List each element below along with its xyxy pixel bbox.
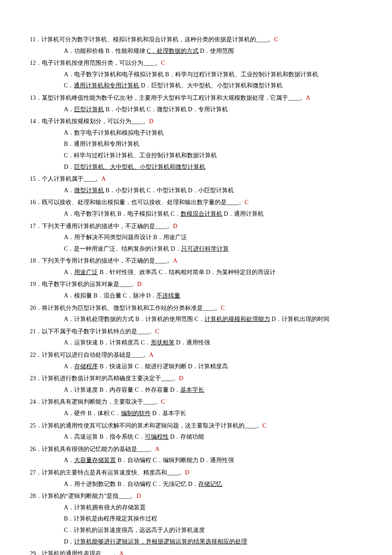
question-number: 19． <box>30 281 42 287</box>
option-correct: 基本字长 <box>180 387 204 393</box>
question-block: 17．下列关于通用计算机的描述中，不正确的是____。DA．用于解决不同类型问题… <box>30 221 362 255</box>
answer-letter: A <box>306 95 310 101</box>
question-number: 18． <box>30 257 42 264</box>
answer-letter: C <box>155 328 159 335</box>
question-block: 28．计算机的“逻辑判断能力”是指____。DA．计算机拥有很大的存储装置B．计… <box>30 491 362 547</box>
question-block: 12．电子计算机按使用范围分类，可以分为____。CA．电子数字计算机和电子模拟… <box>30 58 362 92</box>
question-text: 计算机的通用性表现在____。 <box>42 550 119 555</box>
question-stem: 14．电子计算机按规模划分，可以分为____。D <box>30 116 362 127</box>
answer-letter: C <box>245 199 248 205</box>
option-text: D．通用计算机 <box>222 211 264 217</box>
option-text: A． <box>64 363 74 370</box>
question-block: 29．计算机的通用性表现在____。AA．由于计算机的可编程性，计算机能够在各行… <box>30 548 362 555</box>
option-text: A．计算速度 B．内存容量 C．外存容量 D． <box>64 387 180 393</box>
option-line: A．存储程序 B．快速运算 C．能进行逻辑判断 D．计算精度高 <box>30 361 362 373</box>
option-line: A．电子数字计算机 B．电子模拟计算机 C．数模混合计算机 D．通用计算机 <box>30 208 362 220</box>
question-stem: 11．计算机可分为数字计算机、模拟计算机和混合计算机，这种分类的依据是计算机的_… <box>30 34 362 46</box>
option-text: B．小型计算机 C．微型计算机 D．专用计算机 <box>104 106 228 113</box>
question-block: 11．计算机可分为数字计算机、模拟计算机和混合计算机，这种分类的依据是计算机的_… <box>30 34 362 57</box>
option-text: B．自动编程 C．编辑判断能力 D．通用性强 <box>116 457 234 463</box>
question-block: 27．计算机的主要特点是具有运算速度快、精度高和____。DA．用十进制数记数 … <box>30 467 362 490</box>
option-line: A．高速运算 B．指令系统 C．可编程性 D．存储功能 <box>30 431 362 443</box>
answer-letter: C <box>221 305 225 311</box>
option-text: B．通用计算机和专用计算机 <box>64 141 139 147</box>
option-text: A．硬件 B．体积 C． <box>64 410 121 416</box>
option-text: A． <box>64 187 74 194</box>
question-block: 23．计算机进行数值计算时的高精确度主要决定于____。DA．计算速度 B．内存… <box>30 373 362 396</box>
option-line: A．模拟量 B．混合量 C．脉冲 D．不连续量 <box>30 290 362 302</box>
question-number: 15． <box>30 176 42 182</box>
question-block: 15．个人计算机属于____。AA．微型计算机 B．小型计算机 C．中型计算机 … <box>30 173 362 196</box>
option-line: B．计算机是由程序规定其操作过程 <box>30 513 362 525</box>
question-stem: 25．计算机的通用性使其可以求解不同的算术和逻辑问题，这主要取决于计算机的___… <box>30 420 362 432</box>
question-number: 20． <box>30 305 42 311</box>
question-number: 17． <box>30 223 42 229</box>
option-line: A．大容量存储装置 B．自动编程 C．编辑判断能力 D．通用性强 <box>30 455 362 466</box>
question-text: 计算机的主要特点是具有运算速度快、精度高和____。 <box>42 469 185 476</box>
question-block: 20．将计算机分为巨型计算机、微型计算机和工作站的分类标准是____。CA．计算… <box>30 303 362 325</box>
option-text: A．高速运算 B．指令系统 C． <box>64 434 145 440</box>
option-line: A．巨型计算机 B．小型计算机 C．微型计算机 D．专用计算机 <box>30 104 362 116</box>
option-line: A．数字电子计算机和模拟电子计算机 <box>30 127 362 139</box>
question-block: 14．电子计算机按规模划分，可以分为____。DA．数字电子计算机和模拟电子计算… <box>30 116 362 173</box>
question-stem: 13．某型计算机峰值性能为数千亿次/秒，主要用于大型科学与工程计算和大规模数据处… <box>30 92 362 104</box>
option-line: A．功能和价格 B．性能和规律 C．处理数据的方式 D．使用范围 <box>30 46 362 57</box>
answer-letter: A <box>173 257 177 264</box>
option-correct: 巨型计算机 <box>74 106 104 113</box>
question-text: 个人计算机属于____。 <box>42 176 101 182</box>
answer-letter: A <box>155 446 159 452</box>
option-text: A． <box>64 106 74 113</box>
question-number: 24． <box>30 399 42 405</box>
question-block: 13．某型计算机峰值性能为数千亿次/秒，主要用于大型科学与工程计算和大规模数据处… <box>30 92 362 115</box>
option-correct: C．处理数据的方式 <box>147 48 198 54</box>
question-number: 28． <box>30 493 42 499</box>
question-number: 22． <box>30 352 42 358</box>
answer-letter: D <box>149 118 153 124</box>
option-correct: 计算机的规模和处理能力 <box>205 316 270 322</box>
option-correct: 存储记忆 <box>198 481 222 487</box>
option-text: A． <box>64 269 74 275</box>
question-text: 某型计算机峰值性能为数千亿次/秒，主要用于大型科学与工程计算和大规模数据处理，它… <box>42 95 306 101</box>
question-text: 计算机的“逻辑判断能力”是指____。 <box>42 493 136 499</box>
option-text: B．性能和规律 <box>104 48 147 54</box>
option-line: C．是一种用途广泛、结构复杂的计算机 D．只可进行科学计算 <box>30 243 362 255</box>
answer-letter: A <box>119 550 124 555</box>
option-text: D．巨型计算机、大中型机、小型计算机和微型计算机 <box>139 82 282 89</box>
question-block: 19．电子数字计算机的运算对象是____。DA．模拟量 B．混合量 C．脉冲 D… <box>30 279 362 301</box>
question-number: 13． <box>30 95 42 101</box>
question-text: 电子数字计算机的运算对象是____。 <box>42 281 137 287</box>
question-stem: 17．下列关于通用计算机的描述中，不正确的是____。D <box>30 221 362 232</box>
question-number: 27． <box>30 469 42 476</box>
option-correct: 大容量存储装置 <box>74 457 116 463</box>
option-text: B．针对性强、效率高 C．结构相对简单 D．为某种特定目的而设计 <box>98 269 276 275</box>
option-correct: 巨型计算机、大中型机、小型计算机和微型计算机 <box>74 164 205 170</box>
question-text: 将计算机分为巨型计算机、微型计算机和工作站的分类标准是____。 <box>42 305 221 311</box>
question-text: 既可以接收、处理和输出模拟量，也可以接收、处理和输出数字量的是____。 <box>42 199 245 205</box>
answer-letter: D <box>137 281 141 287</box>
question-block: 16．既可以接收、处理和输出模拟量，也可以接收、处理和输出数字量的是____。C… <box>30 197 362 220</box>
question-block: 22．计算机可以进行自动处理的基础是____。AA．存储程序 B．快速运算 C．… <box>30 350 362 372</box>
question-number: 16． <box>30 199 42 205</box>
question-stem: 20．将计算机分为巨型计算机、微型计算机和工作站的分类标准是____。C <box>30 303 362 314</box>
question-stem: 27．计算机的主要特点是具有运算速度快、精度高和____。D <box>30 467 362 479</box>
option-text: C． <box>64 82 74 89</box>
option-correct: 编制的软件 <box>121 410 151 416</box>
question-text: 下列关于通用计算机的描述中，不正确的是____。 <box>42 223 173 229</box>
option-text: A．用于解决不同类型问题而设计 B．用途广泛 <box>64 234 187 240</box>
question-block: 24．计算机具有逻辑判断能力，主要取决于____。CA．硬件 B．体积 C．编制… <box>30 396 362 419</box>
question-stem: 19．电子数字计算机的运算对象是____。D <box>30 279 362 290</box>
question-text: 计算机具有逻辑判断能力，主要取决于____。 <box>42 399 161 405</box>
question-number: 29． <box>30 550 42 555</box>
question-number: 23． <box>30 375 42 382</box>
option-text: C．计算机的运算速度很高，远远高于人的计算机速度 <box>64 527 205 533</box>
option-correct: 数模混合计算机 <box>181 211 222 217</box>
option-line: A．计算机拥有很大的存储装置 <box>30 502 362 514</box>
question-stem: 24．计算机具有逻辑判断能力，主要取决于____。C <box>30 396 362 408</box>
question-stem: 21．以下不属于电子数字计算机特点的是____。C <box>30 326 362 338</box>
option-correct: 通用计算机和专用计算机 <box>74 82 139 89</box>
answer-letter: C <box>262 422 266 429</box>
question-text: 下列关于专用计算机的描述中，不正确的是____。 <box>42 257 173 264</box>
question-block: 21．以下不属于电子数字计算机特点的是____。CA．运算快速 B．计算精度高 … <box>30 326 362 349</box>
option-correct: 用途广泛 <box>74 269 98 275</box>
option-line: A．用于解决不同类型问题而设计 B．用途广泛 <box>30 232 362 243</box>
